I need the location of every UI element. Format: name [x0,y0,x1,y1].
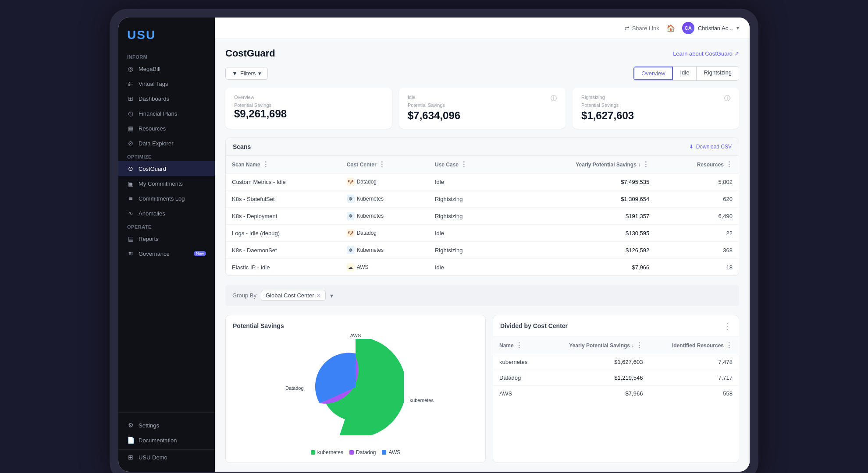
resources-cell: 620 [655,191,739,208]
share-link[interactable]: ⇄ Share Link [625,25,659,32]
cost-center-cell: 🐶 Datadog [341,225,429,242]
cost-center-cell: 🐶 Datadog [341,173,429,191]
sidebar-item-resources[interactable]: ▤ Resources [118,121,215,136]
settings-icon: ⚙ [127,422,134,429]
col-yearly-savings: Yearly Potential Savings ↓ ⋮ [506,156,655,173]
tab-idle[interactable]: Idle [673,67,697,80]
use-case-cell: Idle [429,225,506,242]
sidebar-item-governance[interactable]: ≋ Governance New [118,246,215,261]
info-icon[interactable]: ⓘ [724,95,730,102]
legend-kubernetes: kubernetes [311,449,343,455]
sidebar-item-megabill[interactable]: ◎ MegaBill [118,61,215,76]
user-menu[interactable]: CA Christian Ac... ▾ [682,22,739,34]
kubernetes-chip-icon: ☸ [347,246,355,254]
col-name: Name ⋮ [493,337,543,354]
datadog-dot [349,450,354,455]
card-idle-header: Idle Potential Savings ⓘ [408,95,557,108]
legend-datadog: Datadog [349,449,376,455]
divided-savings-cell: $1,627,603 [543,354,649,370]
pie-legend: kubernetes Datadog AWS [233,449,478,455]
rightsizing-value: $1,627,603 [581,109,730,122]
explorer-icon: ⊘ [127,140,134,147]
sidebar-item-virtual-tags[interactable]: 🏷 Virtual Tags [118,76,215,91]
panel-menu-icon[interactable]: ⋮ [723,321,732,331]
potential-savings-panel: Potential Savings [225,315,486,463]
sidebar-item-label: Financial Plans [139,110,177,117]
toolbar: ▼ Filters ▾ Overview Idle Rightsizing [225,66,739,81]
col-menu-scan[interactable]: ⋮ [262,160,269,169]
table-row: AWS $7,966 558 [493,386,739,402]
page-title: CostGuard [225,48,275,59]
doc-icon: 📄 [127,437,134,444]
col-use-case: Use Case ⋮ [429,156,506,173]
scan-name-cell: K8s - StatefulSet [226,191,341,208]
col-menu-use-case[interactable]: ⋮ [460,160,467,169]
col-yearly-menu[interactable]: ⋮ [636,341,643,349]
sidebar-item-label: Settings [139,422,159,429]
col-menu-resources[interactable]: ⋮ [726,160,733,169]
sidebar-item-settings[interactable]: ⚙ Settings [118,418,215,433]
screen: USU Inform ◎ MegaBill 🏷 Virtual Tags ⊞ D… [118,18,750,472]
tab-rightsizing[interactable]: Rightsizing [697,67,739,80]
use-case-cell: Rightsizing [429,242,506,259]
sidebar-item-label: Anomalies [139,210,165,217]
remove-group-icon[interactable]: ✕ [317,293,321,299]
sidebar-item-dashboards[interactable]: ⊞ Dashboards [118,91,215,106]
sidebar-item-financial-plans[interactable]: ◷ Financial Plans [118,106,215,121]
download-csv-button[interactable]: ⬇ Download CSV [689,144,732,150]
download-icon: ⬇ [689,144,694,150]
commitments-icon: ▣ [127,180,134,187]
divided-title: Divided by Cost Center [500,322,568,329]
sidebar-item-label: Governance [139,251,170,257]
group-by-dropdown[interactable]: ▾ [330,292,333,299]
sidebar-item-label: Commitments Log [139,195,185,202]
savings-cell: $130,595 [506,225,655,242]
cost-center-cell: ☸ Kubernetes [341,208,429,225]
new-badge: New [194,251,206,256]
divided-name-cell: kubernetes [493,354,543,370]
divided-savings-cell: $1,219,546 [543,370,649,386]
group-by-chip[interactable]: Global Cost Center ✕ [261,290,326,301]
card-rightsizing-header: Rightsizing Potential Savings ⓘ [581,95,730,108]
table-row: kubernetes $1,627,603 7,478 [493,354,739,370]
filters-button[interactable]: ▼ Filters ▾ [225,67,268,80]
table-row: Elastic IP - Idle ☁ AWS Idle $7,966 18 [226,259,739,276]
info-icon[interactable]: ⓘ [551,95,557,102]
use-case-cell: Idle [429,259,506,276]
sidebar-item-data-explorer[interactable]: ⊘ Data Explorer [118,136,215,151]
home-icon[interactable]: 🏠 [666,24,675,32]
summary-cards: Overview Potential Savings $9,261,698 Id… [225,88,739,129]
learn-link[interactable]: Learn about CostGuard ↗ [673,50,739,57]
resources-icon: ▤ [127,125,134,132]
col-name-menu[interactable]: ⋮ [516,341,523,349]
scans-section-header: Scans ⬇ Download CSV [225,138,739,156]
kubernetes-chip-icon: ☸ [347,195,355,203]
table-row: K8s - DaemonSet ☸ Kubernetes Rightsizing… [226,242,739,259]
use-case-cell: Idle [429,173,506,191]
col-identified-menu[interactable]: ⋮ [726,341,733,349]
sidebar-item-label: Data Explorer [139,140,173,147]
sidebar-item-documentation[interactable]: 📄 Documentation [118,433,215,448]
legend-aws: AWS [382,449,400,455]
megabill-icon: ◎ [127,65,134,72]
col-menu-cost-center[interactable]: ⋮ [378,160,385,169]
overview-value: $9,261,698 [234,108,383,120]
sidebar-item-commitments-log[interactable]: ≡ Commitments Log [118,191,215,206]
sidebar-item-my-commitments[interactable]: ▣ My Commitments [118,176,215,191]
anomaly-icon: ∿ [127,210,134,217]
sidebar-item-costguard[interactable]: ⊙ CostGuard [118,161,215,176]
sidebar-item-anomalies[interactable]: ∿ Anomalies [118,206,215,221]
tab-overview[interactable]: Overview [633,67,673,80]
divided-resources-cell: 558 [649,386,739,402]
table-row: K8s - Deployment ☸ Kubernetes Rightsizin… [226,208,739,225]
pie-label-kubernetes: kubernetes [410,398,434,403]
pie-label-datadog: Datadog [285,385,304,391]
potential-savings-title: Potential Savings [233,322,478,329]
resources-cell: 18 [655,259,739,276]
use-case-cell: Rightsizing [429,191,506,208]
sidebar-item-reports[interactable]: ▤ Reports [118,231,215,246]
col-menu-savings[interactable]: ⋮ [642,160,649,169]
content-area: CostGuard Learn about CostGuard ↗ ▼ Filt… [215,39,750,472]
workspace-item[interactable]: ⊞ USU Demo [118,449,215,465]
group-by-bar: Group By Global Cost Center ✕ ▾ [225,285,739,306]
